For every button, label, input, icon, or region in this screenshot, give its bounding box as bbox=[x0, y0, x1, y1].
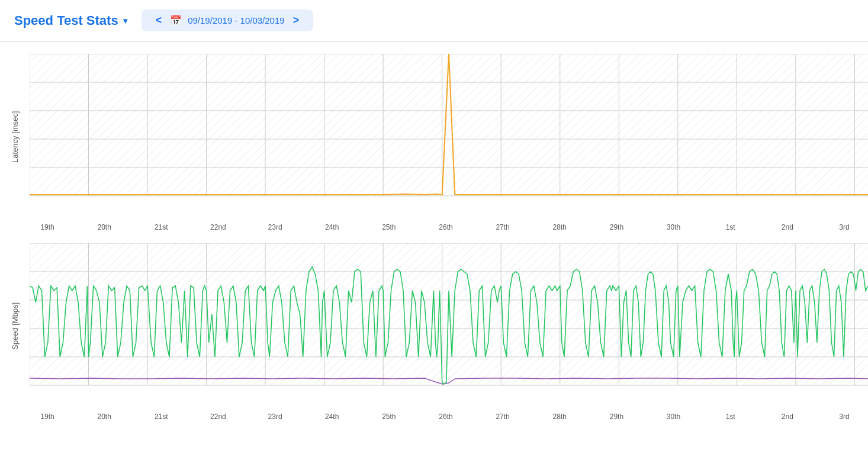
speed-chart-svg: 100 80 60 40 20 0 bbox=[30, 243, 868, 409]
latency-chart-wrapper: Latency [msec] bbox=[0, 54, 868, 231]
x-label-1st: 1st bbox=[713, 223, 748, 231]
speed-chart-wrapper: Speed [Mbps] bbox=[0, 243, 868, 421]
x-label-22nd-speed: 22nd bbox=[200, 413, 236, 421]
speed-x-axis: 19th 20th 21st 22nd 23rd 24th 25th 26th … bbox=[30, 409, 868, 421]
speed-chart-area: Speed [Mbps] bbox=[0, 243, 868, 409]
latency-chart-area: Latency [msec] bbox=[0, 54, 868, 220]
x-label-27th: 27th bbox=[485, 223, 520, 231]
date-range-label: 09/19/2019 - 10/03/2019 bbox=[188, 15, 284, 25]
x-label-28th-speed: 28th bbox=[542, 413, 577, 421]
x-label-23rd: 23rd bbox=[258, 223, 293, 231]
x-label-26th-speed: 26th bbox=[428, 413, 464, 421]
x-label-1st-speed: 1st bbox=[713, 413, 748, 421]
x-label-30th: 30th bbox=[656, 223, 692, 231]
x-label-19th: 19th bbox=[30, 223, 65, 231]
app-title: Speed Test Stats bbox=[14, 13, 118, 28]
date-navigation: < 📅 09/19/2019 - 10/03/2019 > bbox=[142, 9, 314, 31]
x-label-29th-speed: 29th bbox=[599, 413, 634, 421]
title-dropdown-button[interactable]: Speed Test Stats ▾ bbox=[14, 13, 127, 28]
x-label-2nd: 2nd bbox=[770, 223, 805, 231]
latency-chart-svg: 1000 800 600 400 200 0 bbox=[30, 54, 868, 220]
x-label-24th-speed: 24th bbox=[314, 413, 350, 421]
svg-rect-1 bbox=[30, 54, 868, 196]
x-label-3rd-speed: 3rd bbox=[827, 413, 862, 421]
latency-chart-inner: 1000 800 600 400 200 0 bbox=[30, 54, 868, 220]
prev-date-button[interactable]: < bbox=[153, 14, 165, 27]
speed-chart-inner: 100 80 60 40 20 0 bbox=[30, 243, 868, 409]
x-label-24th: 24th bbox=[314, 223, 350, 231]
x-label-25th: 25th bbox=[371, 223, 407, 231]
x-label-22nd: 22nd bbox=[200, 223, 236, 231]
x-label-28th: 28th bbox=[542, 223, 577, 231]
x-label-30th-speed: 30th bbox=[656, 413, 692, 421]
svg-rect-30 bbox=[30, 243, 868, 385]
x-label-27th-speed: 27th bbox=[485, 413, 520, 421]
calendar-icon: 📅 bbox=[170, 15, 182, 26]
app-header: Speed Test Stats ▾ < 📅 09/19/2019 - 10/0… bbox=[0, 0, 868, 41]
x-label-2nd-speed: 2nd bbox=[770, 413, 805, 421]
x-label-19th-speed: 19th bbox=[30, 413, 65, 421]
chevron-down-icon: ▾ bbox=[123, 16, 127, 25]
x-label-21st: 21st bbox=[143, 223, 179, 231]
x-label-21st-speed: 21st bbox=[143, 413, 179, 421]
latency-x-axis: 19th 20th 21st 22nd 23rd 24th 25th 26th … bbox=[30, 220, 868, 231]
latency-y-axis-label: Latency [msec] bbox=[0, 54, 30, 220]
x-label-23rd-speed: 23rd bbox=[258, 413, 293, 421]
x-label-29th: 29th bbox=[599, 223, 634, 231]
next-date-button[interactable]: > bbox=[291, 14, 302, 27]
x-label-20th: 20th bbox=[86, 223, 122, 231]
charts-container: Latency [msec] bbox=[0, 42, 868, 439]
x-label-20th-speed: 20th bbox=[86, 413, 122, 421]
x-label-26th: 26th bbox=[428, 223, 464, 231]
x-label-3rd: 3rd bbox=[827, 223, 862, 231]
speed-y-axis-label: Speed [Mbps] bbox=[0, 243, 30, 409]
x-label-25th-speed: 25th bbox=[371, 413, 407, 421]
